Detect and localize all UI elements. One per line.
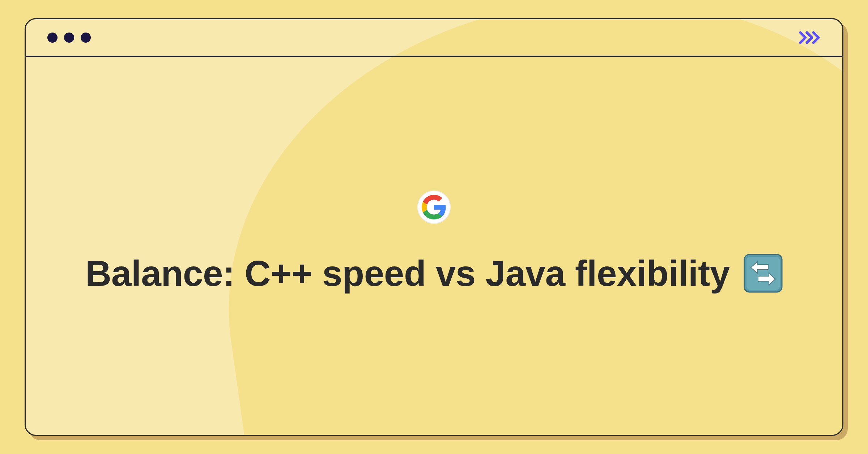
google-logo (417, 190, 451, 224)
svg-rect-1 (746, 257, 780, 290)
traffic-dot (64, 33, 74, 43)
titlebar (26, 19, 842, 57)
chevrons-right-icon (799, 30, 821, 45)
card-wrapper: Balance: C++ speed vs Java flexibility (25, 18, 843, 436)
content-area: Balance: C++ speed vs Java flexibility (26, 57, 842, 435)
traffic-dot (47, 33, 58, 43)
swap-arrows-icon (744, 254, 783, 293)
traffic-dot (81, 33, 91, 43)
traffic-lights (47, 33, 91, 43)
headline-text: Balance: C++ speed vs Java flexibility (85, 245, 730, 301)
headline: Balance: C++ speed vs Java flexibility (85, 245, 783, 301)
browser-card: Balance: C++ speed vs Java flexibility (25, 18, 843, 436)
